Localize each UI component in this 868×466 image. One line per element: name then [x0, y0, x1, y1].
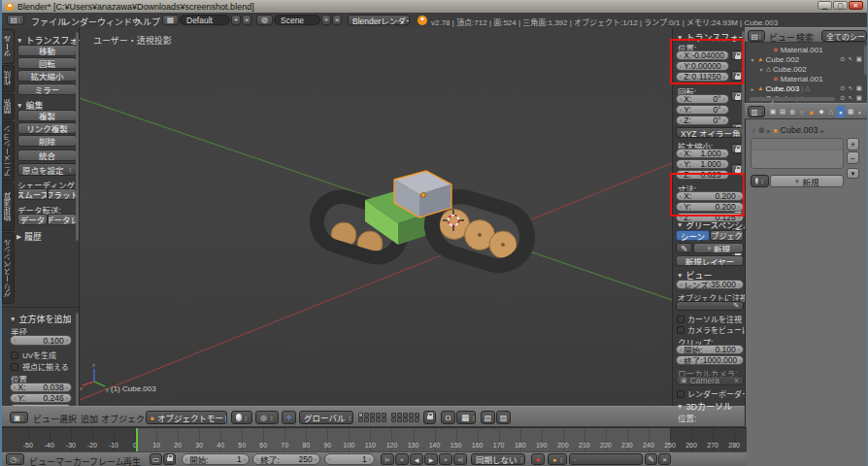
duplicate-linked-button[interactable]: リンク複製: [17, 122, 77, 134]
viewport-shading-dropdown[interactable]: ↕: [231, 411, 252, 424]
breadcrumb-object-name[interactable]: Cube.003: [781, 125, 818, 135]
active-keying-set-field[interactable]: ◦: [569, 453, 643, 465]
tab-object-data[interactable]: △: [826, 106, 836, 117]
rotation-x-field[interactable]: ‹X:0°›: [676, 94, 729, 104]
renderable-camera-icon[interactable]: ▣: [856, 94, 862, 102]
selectable-arrow-icon[interactable]: ↖: [848, 55, 852, 63]
properties-editor-type-icon[interactable]: ▥ ↕: [748, 106, 765, 117]
radius-field[interactable]: ‹0.100›: [10, 335, 72, 346]
history-panel-header[interactable]: ▶ 履歴: [17, 230, 42, 243]
layers-grid-1[interactable]: [358, 413, 387, 422]
viewport-canvas[interactable]: x y z: [80, 27, 672, 406]
layer-cell[interactable]: [403, 417, 408, 422]
material-slot-list[interactable]: [751, 138, 844, 169]
outliner-row-active-object[interactable]: ▸ ▲ Cube.003 |△ ⊙ ↖ ▣: [750, 83, 868, 93]
rotation-y-field[interactable]: ‹Y:0°›: [676, 105, 729, 115]
jump-to-start-button[interactable]: |«: [381, 453, 394, 465]
visibility-eye-icon[interactable]: ⊙: [840, 84, 845, 92]
expand-icon[interactable]: ▾: [758, 66, 764, 73]
sync-mode-dropdown[interactable]: 同期しない↕: [471, 453, 525, 465]
opengl-render-anim-icon[interactable]: ▨: [496, 411, 511, 424]
transfer-data-layout-button[interactable]: データレ: [48, 214, 77, 225]
rotate-button[interactable]: 回転: [17, 57, 77, 69]
outliner-row-object[interactable]: ▾ ▲ Cube.002 ⊙ ↖ ▣: [750, 54, 868, 64]
render-border-checkbox[interactable]: レンダーボーダー: [677, 388, 750, 399]
layer-cell[interactable]: [358, 417, 363, 422]
tab-world[interactable]: ○: [797, 106, 807, 117]
lens-field[interactable]: ‹レンズ:35.000›: [676, 280, 744, 289]
scale-x-field[interactable]: ‹X:1.000›: [676, 149, 729, 158]
gp-source-scene-toggle[interactable]: シーン: [676, 230, 710, 241]
timeline-editor-type-icon[interactable]: ◷ ↕: [6, 453, 24, 465]
selectable-arrow-icon[interactable]: ↖: [848, 94, 852, 102]
layer-cell[interactable]: [364, 417, 369, 422]
maximize-button[interactable]: ▢: [833, 1, 848, 10]
browse-material-icon[interactable]: ↕: [751, 175, 769, 187]
material-slot-row[interactable]: [751, 139, 843, 150]
insert-keyframe-icon[interactable]: ✎: [645, 453, 657, 465]
rotation-mode-dropdown[interactable]: XYZ オイラー角↕: [676, 127, 744, 138]
mode-dropdown[interactable]: ■ オブジェクトモード↕: [146, 411, 227, 424]
redo-panel-scrollbar[interactable]: [76, 313, 79, 419]
screen-layout-icon[interactable]: ▦: [162, 15, 179, 25]
layer-cell[interactable]: [391, 417, 396, 422]
tab-tools[interactable]: ツール: [2, 29, 15, 64]
location-y-field[interactable]: ‹Y:0.246›: [10, 393, 72, 403]
set-origin-dropdown[interactable]: 原点を設定↕: [17, 163, 77, 176]
jump-prev-keyframe-button[interactable]: «: [395, 453, 409, 465]
move-button[interactable]: 移動: [17, 45, 77, 56]
tank-near-track[interactable]: [371, 144, 604, 338]
pin-icon[interactable]: ○: [751, 127, 755, 134]
tab-render-layers[interactable]: ▤: [778, 106, 787, 117]
join-button[interactable]: 統合: [17, 150, 77, 161]
scene-icon[interactable]: ◍: [256, 15, 273, 25]
tab-animation[interactable]: アニメーション: [2, 121, 15, 182]
current-frame-field[interactable]: ‹1›: [324, 453, 375, 465]
screen-layout-field[interactable]: Default: [180, 15, 230, 25]
node-icon[interactable]: ◍: [758, 126, 764, 134]
lock-object-field[interactable]: ✎: [676, 301, 744, 311]
delete-keyframe-icon[interactable]: ×: [658, 453, 671, 465]
preview-range-icon[interactable]: ▭: [150, 453, 162, 465]
timeline-playback-menu[interactable]: 再生: [123, 455, 141, 466]
outliner-editor-type-icon[interactable]: ▤ ↕: [748, 30, 765, 42]
tab-object[interactable]: ■: [807, 106, 817, 117]
layers-grid-2[interactable]: [391, 413, 420, 422]
add-menu[interactable]: 追加: [81, 413, 98, 425]
record-button[interactable]: ●: [531, 453, 545, 465]
expand-icon[interactable]: ▾: [750, 56, 755, 63]
layer-cell[interactable]: [415, 417, 419, 422]
mirror-button[interactable]: ミラー: [17, 83, 77, 95]
timeline-view-menu[interactable]: ビュー: [29, 455, 55, 466]
outliner-vscrollbar[interactable]: [864, 46, 868, 75]
outliner-row-material[interactable]: ◉ Material.001: [773, 74, 868, 83]
outliner-filter-dropdown[interactable]: 全てのシーン↕: [821, 30, 867, 42]
tab-physics[interactable]: ◐: [855, 106, 865, 117]
clip-end-field[interactable]: ‹終了:1000.000›: [676, 355, 744, 365]
outliner-row-material[interactable]: ◉ Material.001: [773, 45, 868, 54]
clip-start-field[interactable]: ‹開始:0.100›: [676, 345, 744, 354]
delete-button[interactable]: 削除: [17, 135, 77, 147]
lock-to-cursor-checkbox[interactable]: カーソルを注視: [677, 314, 742, 324]
scale-y-field[interactable]: ‹Y:1.000›: [676, 159, 729, 169]
selectable-arrow-icon[interactable]: ↖: [848, 84, 852, 92]
shade-flat-button[interactable]: フラット: [48, 188, 77, 200]
toolshelf-scrollbar[interactable]: [76, 32, 79, 241]
snap-element-dropdown[interactable]: ▦↕: [456, 411, 476, 424]
jump-next-keyframe-button[interactable]: »: [439, 453, 452, 465]
lock-to-scene-icon[interactable]: [423, 411, 436, 424]
play-button[interactable]: ▶: [424, 453, 438, 465]
outliner-hscrollbar[interactable]: [750, 97, 835, 101]
view-menu[interactable]: ビュー: [33, 413, 59, 425]
tab-modifiers[interactable]: ◆: [817, 106, 826, 117]
duplicate-button[interactable]: 複製: [17, 110, 77, 121]
pivot-center-dropdown[interactable]: ◎↕: [255, 411, 279, 424]
gp-pencil-icon[interactable]: ✎↕: [676, 243, 692, 253]
layer-cell[interactable]: [397, 417, 402, 422]
select-menu[interactable]: 選択: [59, 413, 77, 425]
lock-time-icon[interactable]: [163, 453, 176, 465]
expand-icon[interactable]: ▸: [750, 85, 755, 92]
timeline-marker-menu[interactable]: マーカー: [55, 455, 90, 466]
close-button[interactable]: ✕: [849, 1, 863, 10]
visibility-eye-icon[interactable]: ⊙: [840, 55, 845, 63]
